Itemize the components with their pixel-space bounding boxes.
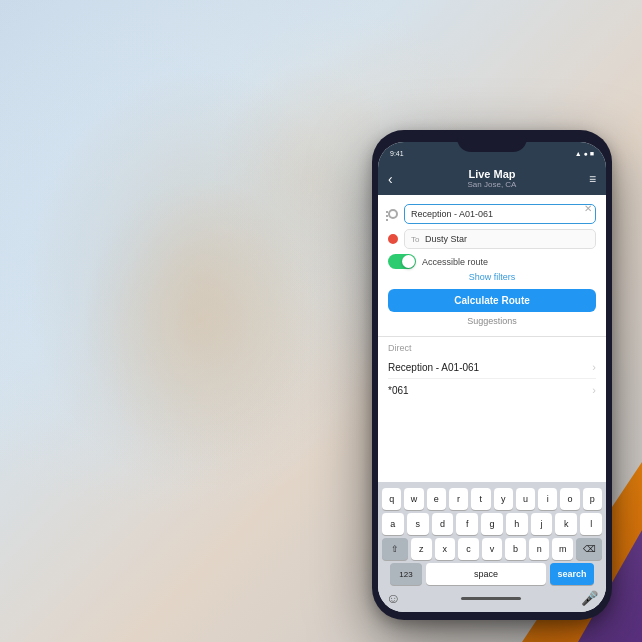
key-w[interactable]: w — [404, 488, 423, 510]
show-filters-link[interactable]: Show filters — [388, 272, 596, 282]
app-header: ‹ Live Map San Jose, CA ≡ — [378, 164, 606, 195]
route-form: ✕ ✕ To Dusty Star — [378, 195, 606, 337]
key-z[interactable]: z — [411, 538, 432, 560]
from-row: ✕ — [388, 203, 596, 224]
key-v[interactable]: v — [482, 538, 503, 560]
key-j[interactable]: j — [531, 513, 553, 535]
key-d[interactable]: d — [432, 513, 454, 535]
status-icons: ▲ ● ■ — [575, 150, 594, 157]
back-button[interactable]: ‹ — [388, 171, 408, 187]
suggestion-arrow-2: › — [592, 384, 596, 396]
accessible-route-toggle[interactable] — [388, 254, 416, 269]
suggestion-item-2[interactable]: *061 › — [388, 379, 596, 401]
to-value: Dusty Star — [425, 234, 467, 244]
status-time: 9:41 — [390, 150, 404, 157]
menu-button[interactable]: ≡ — [576, 172, 596, 186]
home-indicator — [461, 597, 521, 600]
key-search[interactable]: search — [550, 563, 594, 585]
header-title-block: Live Map San Jose, CA — [408, 168, 576, 189]
app-subtitle: San Jose, CA — [408, 180, 576, 189]
key-123[interactable]: 123 — [390, 563, 422, 585]
calculate-route-button[interactable]: Calculate Route — [388, 289, 596, 312]
suggestion-arrow-1: › — [592, 361, 596, 373]
emoji-button[interactable]: ☺ — [386, 590, 400, 606]
phone-mockup: 9:41 ▲ ● ■ ‹ Live Map San Jose, CA ≡ ✕ — [372, 130, 612, 620]
key-r[interactable]: r — [449, 488, 468, 510]
keyboard-row-3: ⇧ z x c v b n m ⌫ — [382, 538, 602, 560]
route-connector-line — [386, 211, 388, 221]
key-n[interactable]: n — [529, 538, 550, 560]
from-dot — [388, 209, 398, 219]
keyboard-row-1: q w e r t y u i o p — [382, 488, 602, 510]
key-h[interactable]: h — [506, 513, 528, 535]
from-input-container: ✕ — [404, 203, 596, 224]
key-c[interactable]: c — [458, 538, 479, 560]
key-k[interactable]: k — [555, 513, 577, 535]
key-x[interactable]: x — [435, 538, 456, 560]
key-l[interactable]: l — [580, 513, 602, 535]
key-shift[interactable]: ⇧ — [382, 538, 408, 560]
background-person-silhouette — [0, 0, 380, 620]
suggestion-text-2: *061 — [388, 385, 409, 396]
key-f[interactable]: f — [456, 513, 478, 535]
suggestions-section: Direct Reception - A01-061 › *061 › — [378, 337, 606, 407]
key-o[interactable]: o — [560, 488, 579, 510]
keyboard-row-4: 123 space search — [382, 563, 602, 585]
phone-screen: 9:41 ▲ ● ■ ‹ Live Map San Jose, CA ≡ ✕ — [378, 142, 606, 612]
key-backspace[interactable]: ⌫ — [576, 538, 602, 560]
accessible-route-row: Accessible route — [388, 254, 596, 269]
app-title: Live Map — [408, 168, 576, 180]
phone-shell: 9:41 ▲ ● ■ ‹ Live Map San Jose, CA ≡ ✕ — [372, 130, 612, 620]
from-clear-icon[interactable]: ✕ — [584, 203, 592, 214]
toggle-label: Accessible route — [422, 257, 488, 267]
microphone-button[interactable]: 🎤 — [581, 590, 598, 606]
key-t[interactable]: t — [471, 488, 490, 510]
key-m[interactable]: m — [552, 538, 573, 560]
to-input[interactable]: To Dusty Star — [404, 229, 596, 249]
key-y[interactable]: y — [494, 488, 513, 510]
keyboard-bottom-row: ☺ 🎤 — [382, 588, 602, 608]
keyboard: q w e r t y u i o p a s d f g — [378, 482, 606, 612]
key-b[interactable]: b — [505, 538, 526, 560]
keyboard-row-2: a s d f g h j k l — [382, 513, 602, 535]
suggestions-label: Suggestions — [388, 316, 596, 326]
suggestions-group-label: Direct — [388, 343, 596, 353]
suggestion-item-1[interactable]: Reception - A01-061 › — [388, 356, 596, 379]
key-u[interactable]: u — [516, 488, 535, 510]
key-g[interactable]: g — [481, 513, 503, 535]
to-row: To Dusty Star — [388, 229, 596, 249]
suggestion-text-1: Reception - A01-061 — [388, 362, 479, 373]
key-s[interactable]: s — [407, 513, 429, 535]
key-i[interactable]: i — [538, 488, 557, 510]
key-p[interactable]: p — [583, 488, 602, 510]
key-q[interactable]: q — [382, 488, 401, 510]
to-dot — [388, 234, 398, 244]
key-a[interactable]: a — [382, 513, 404, 535]
toggle-knob — [402, 255, 415, 268]
from-input[interactable] — [404, 204, 596, 224]
to-label: To — [411, 235, 419, 244]
key-space[interactable]: space — [426, 563, 546, 585]
phone-notch — [457, 130, 527, 152]
key-e[interactable]: e — [427, 488, 446, 510]
